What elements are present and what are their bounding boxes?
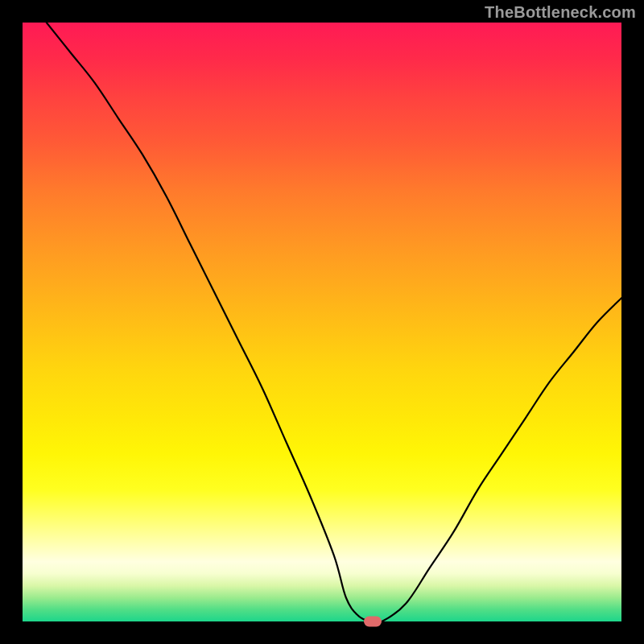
optimal-point-marker	[364, 617, 382, 627]
bottleneck-chart	[23, 23, 621, 621]
watermark-text: TheBottleneck.com	[485, 3, 636, 22]
bottleneck-curve	[47, 23, 621, 621]
chart-svg	[23, 23, 621, 621]
